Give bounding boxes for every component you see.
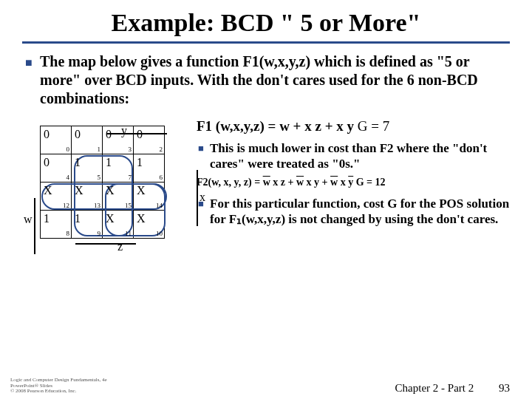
- kmap-column: y x w z 00 01 03 02: [22, 112, 192, 239]
- w-label: w: [24, 213, 33, 226]
- intro-content: The map below gives a function F1(w,x,y,…: [40, 53, 478, 106]
- cell: 01: [72, 126, 103, 154]
- cell: 04: [41, 154, 72, 183]
- cell: X10: [134, 211, 165, 239]
- page-number: 93: [499, 382, 510, 395]
- cell: 19: [72, 211, 103, 239]
- cell: X13: [72, 183, 103, 211]
- cell: 00: [41, 126, 72, 154]
- square-bullet-icon: ■: [25, 55, 33, 70]
- right-column: F1 (w,x,y,z) = w + x z + x y G = 7 ■ Thi…: [192, 112, 510, 239]
- square-bullet-icon: ■: [198, 143, 204, 154]
- copyright-block: Logic and Computer Design Fundamentals, …: [10, 378, 107, 395]
- karnaugh-map: y x w z 00 01 03 02: [40, 126, 192, 239]
- cell: 03: [103, 126, 134, 154]
- title-rule: [22, 41, 510, 44]
- cell: 18: [41, 211, 72, 239]
- slide-title: Example: BCD " 5 or More": [22, 9, 510, 37]
- footer: Chapter 2 - Part 2 93: [395, 382, 510, 395]
- cell: X11: [103, 211, 134, 239]
- cell: 02: [134, 126, 165, 154]
- equation-f2: F2(w, x, y, z) = w x z + w x y + w x y G…: [197, 177, 510, 188]
- kmap-table: 00 01 03 02 04 15 17 16 X12 X13 X15: [40, 126, 165, 239]
- z-bar: [75, 243, 136, 245]
- chapter-label: Chapter 2 - Part 2: [395, 382, 474, 394]
- cell: X12: [41, 183, 72, 211]
- cell: 17: [103, 154, 134, 183]
- cell: 15: [72, 154, 103, 183]
- bullet-1: ■ This is much lower in cost than F2 whe…: [210, 140, 510, 172]
- equation-f1: F1 (w,x,y,z) = w + x z + x y G = 7: [197, 118, 510, 134]
- w-bar: [34, 198, 35, 254]
- cell: 16: [134, 154, 165, 183]
- intro-text: ■ The map below gives a function F1(w,x,…: [40, 52, 510, 108]
- square-bullet-icon: ■: [198, 198, 204, 210]
- cell: X14: [134, 183, 165, 211]
- bullet-2: ■ For this particular function, cost G f…: [210, 196, 510, 228]
- z-label: z: [117, 240, 123, 253]
- cell: X15: [103, 183, 134, 211]
